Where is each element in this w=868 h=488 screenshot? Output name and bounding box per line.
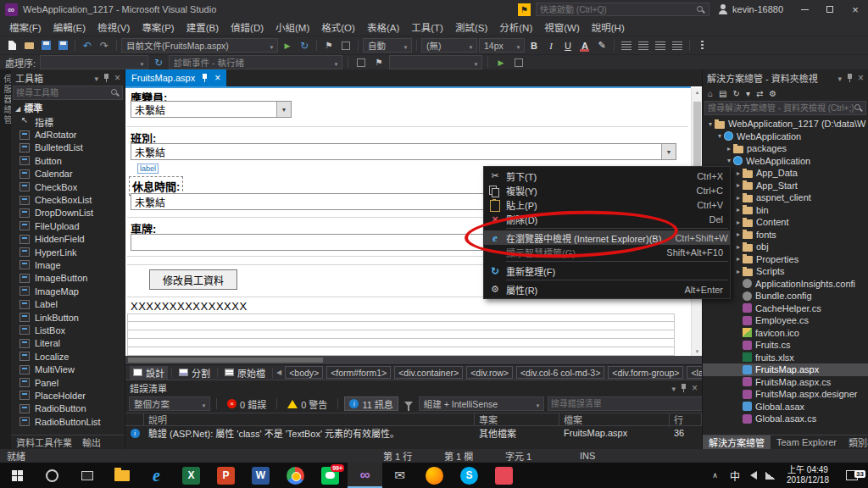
toolbox-item-checkboxlist[interactable]: CheckBoxList [11,193,125,206]
tree-item-fruitsmap-aspx[interactable]: FruitsMap.aspx [703,363,868,376]
data-tools-tab[interactable]: 資料工具作業 [16,435,72,449]
redo-icon[interactable] [97,38,112,53]
toolbox-item-panel[interactable]: Panel [11,376,125,389]
description-column[interactable]: 說明 [144,413,475,425]
toolbox-item-button[interactable]: Button [11,154,125,167]
sync-browser-icon[interactable] [297,38,312,53]
breakpoint-icon[interactable] [371,55,387,69]
menu-window[interactable]: 視窗(W) [538,19,586,36]
close-icon[interactable] [214,72,220,84]
team-explorer-tab[interactable]: Team Explorer [771,435,843,449]
modify-employee-button[interactable]: 修改員工資料 [149,269,237,290]
toolbox-item-placeholder[interactable]: PlaceHolder [11,389,125,402]
warnings-filter-button[interactable]: 0 警告 [283,396,331,411]
highlight-button[interactable] [594,38,609,53]
tree-item-fruits-cs[interactable]: Fruits.cs [703,339,868,352]
tree-item-global-asax[interactable]: Global.asax [703,401,868,413]
save-all-icon[interactable] [55,38,70,53]
pin-icon[interactable] [680,383,687,393]
tag-form[interactable]: <form#form1> [326,366,391,379]
expand-arrow-icon[interactable] [734,181,743,189]
tree-item-global-asax-cs[interactable]: Global.asax.cs [703,413,868,425]
menu-build[interactable]: 建置(B) [181,19,225,36]
toolbox-item-linkbutton[interactable]: LinkButton [11,311,125,324]
action-center-button[interactable]: 33 [836,470,868,480]
file-column[interactable]: 檔案 [559,413,670,425]
tag-nav-back-icon[interactable]: ◀ [276,369,281,376]
toolbox-item-checkbox[interactable]: CheckBox [11,180,125,193]
toolbox-search-input[interactable] [16,88,110,97]
toolbox-item-dropdownlist[interactable]: DropDownList [11,207,125,219]
design-view-tab[interactable]: 設計 [130,366,168,380]
context-cut[interactable]: 剪下(T) Ctrl+X [484,169,730,183]
toolbox-item-hiddenfield[interactable]: HiddenField [11,233,125,246]
minimize-button[interactable] [792,0,817,19]
expand-arrow-icon[interactable] [734,230,743,238]
context-delete[interactable]: 刪除(D) Del [484,212,730,226]
toolbox-item-listbox[interactable]: ListBox [11,324,125,336]
pin-icon[interactable] [201,73,209,83]
bold-button[interactable]: B [526,38,542,53]
debug-events-combo[interactable]: 診斷事件 - 執行緒 [169,55,342,69]
toolbox-item-radiobuttonlist[interactable]: RadioButtonList [11,415,125,428]
taskbar-word[interactable]: W [243,463,278,488]
sync-with-active-document-icon[interactable]: ⇄ [756,89,763,98]
context-properties[interactable]: 屬性(R) Alt+Enter [484,282,730,297]
expand-arrow-icon[interactable] [734,219,743,226]
dropdown-arrow-icon[interactable] [276,102,291,117]
taskbar-clock[interactable]: 上午 04:49 2018/12/18 [780,465,836,485]
tag-container[interactable]: <div.container> [394,366,463,379]
output-tab[interactable]: 輸出 [82,435,101,449]
start-button[interactable] [0,463,35,488]
expand-arrow-icon[interactable] [734,268,743,275]
expand-arrow-icon[interactable] [734,169,743,177]
context-view-in-browser[interactable]: 在瀏覽器中檢視 (Internet Explorer)(B) Ctrl+Shif… [484,230,730,245]
quick-launch-input[interactable] [540,5,693,14]
expand-arrow-icon[interactable] [706,120,715,128]
signed-in-user[interactable]: kevin-16880 [715,4,787,14]
tag-form-group[interactable]: <div.form-group> [608,366,683,379]
tree-item-root-folder[interactable]: WebApplication_1217 (D:\data\W [703,118,868,130]
ime-indicator[interactable]: 中 [724,469,746,483]
toolbox-item-pointer[interactable]: 指標 [11,115,125,128]
error-source-combo[interactable]: 組建 + IntelliSense [419,396,544,411]
expand-arrow-icon[interactable] [734,206,743,214]
switch-views-icon[interactable]: ▤ [719,89,726,98]
network-icon[interactable] [765,472,776,480]
panel-menu-icon[interactable] [671,383,676,393]
class-view-tab[interactable]: 類別檢視 [843,435,868,449]
show-threads-icon[interactable] [151,55,166,69]
tree-item-fruitsmap-designer[interactable]: FruitsMap.aspx.designer [703,388,868,401]
tree-item-fruits-xlsx[interactable]: fruits.xlsx [703,352,868,364]
menu-analyze[interactable]: 分析(N) [493,19,538,36]
toolbox-item-adrotator[interactable]: AdRotator [11,128,125,141]
indent-icon[interactable] [670,38,685,53]
paragraph-format-combo[interactable]: (無) [421,38,477,53]
menu-debug[interactable]: 偵錯(D) [225,19,270,36]
context-paste[interactable]: 貼上(P) Ctrl+V [484,197,730,212]
toolbox-item-bulletedlist[interactable]: BulletedList [11,141,125,154]
task-view-button[interactable] [70,463,104,488]
taskbar-firefox[interactable] [417,463,452,488]
collapse-all-icon[interactable]: ▾ [746,89,750,98]
expand-arrow-icon[interactable] [734,194,743,202]
pin-icon[interactable] [846,73,854,83]
errors-filter-button[interactable]: 0 錯誤 [223,396,270,411]
menu-table[interactable]: 表格(A) [361,19,405,36]
browse-with-combo[interactable]: 自動 [363,38,412,53]
tab-fruitsmap-aspx[interactable]: FruitsMap.aspx [125,69,226,86]
taskbar-edge[interactable]: e [139,463,174,488]
taskbar-file-explorer[interactable] [104,463,139,488]
taskbar-skype[interactable]: S [452,463,487,488]
font-color-button[interactable]: A [577,38,593,53]
underline-button[interactable]: U [560,38,576,53]
tree-item-fruitsmap-aspx-cs[interactable]: FruitsMap.aspx.cs [703,376,868,389]
toolbox-item-image[interactable]: Image [11,258,125,271]
volume-icon[interactable] [750,471,757,480]
split-view-tab[interactable]: 分割 [175,366,214,380]
current-document-combo[interactable]: 目前文件(FruitsMap.aspx) [121,38,278,53]
shift-dropdown[interactable]: 未繫結 [131,143,676,160]
messages-filter-button[interactable]: 11 訊息 [344,396,398,411]
undo-icon[interactable] [80,38,95,53]
solution-explorer-tab[interactable]: 解決方案總管 [703,435,771,449]
